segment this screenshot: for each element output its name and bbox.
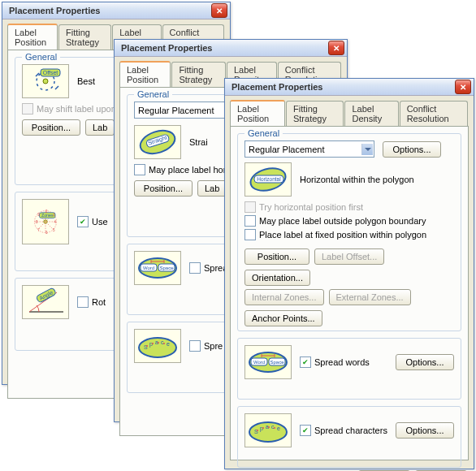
checkbox-icon	[134, 164, 145, 175]
svg-point-1	[43, 79, 48, 84]
label-button[interactable]: Lab	[197, 180, 227, 197]
general-fieldset: General Regular Placement Options... Hor…	[237, 133, 461, 331]
titlebar[interactable]: Placement Properties ✕	[115, 40, 347, 57]
label-button[interactable]: Lab	[85, 119, 115, 136]
close-icon[interactable]: ✕	[328, 41, 344, 55]
svg-text:Horizontal: Horizontal	[257, 176, 281, 182]
svg-text:Space: Space	[159, 266, 174, 270]
svg-text:Space: Space	[270, 360, 284, 365]
svg-text:c: c	[161, 339, 164, 345]
chevron-down-icon	[361, 144, 373, 155]
position-button[interactable]: Position...	[22, 119, 80, 136]
spread-chars-label: Spread characters	[314, 426, 387, 435]
options-button[interactable]: Options...	[383, 141, 441, 158]
checkbox-icon	[300, 356, 311, 368]
wordspace-icon: WordSpace	[244, 345, 292, 379]
fixed-pos-label: Place label at fixed position within pol…	[259, 230, 426, 240]
tab-row: Label Position Fitting Strategy Label De…	[230, 101, 469, 126]
svg-point-65	[274, 427, 275, 429]
spread-chars-fieldset: Space Spread characters Options...	[237, 406, 461, 468]
spread-words-checkbox[interactable]: Sprea	[189, 262, 227, 274]
close-icon[interactable]: ✕	[455, 80, 471, 94]
placement-row: Regular Placement Options...	[244, 140, 454, 158]
svg-text:7: 7	[37, 228, 40, 232]
offset-desc: Best	[77, 76, 95, 86]
checkbox-icon	[244, 201, 256, 213]
titlebar[interactable]: Placement Properties ✕	[225, 79, 474, 96]
fieldset-legend: General	[244, 128, 283, 138]
orientation-button[interactable]: Orientation...	[244, 270, 310, 286]
offset-icon: Offset	[22, 64, 69, 98]
fieldset-legend: General	[134, 89, 172, 99]
fixed-pos-checkbox[interactable]: Place label at fixed position within pol…	[244, 229, 426, 240]
svg-point-63	[262, 427, 264, 429]
may-outside-checkbox[interactable]: May place label outside polygon boundary	[244, 215, 426, 227]
checkbox-icon	[189, 262, 201, 274]
anchor-points-button[interactable]: Anchor Points...	[244, 310, 322, 326]
spread-chars-label: Spre	[204, 341, 223, 351]
use-zones-checkbox[interactable]: Use	[77, 216, 108, 227]
position-button[interactable]: Position...	[244, 248, 309, 265]
horizontal-desc: Horizontal within the polygon	[300, 175, 414, 184]
spread-words-options-button[interactable]: Options...	[396, 354, 454, 370]
zones-icon: Zones31847652	[22, 199, 69, 244]
checkbox-icon	[77, 216, 89, 227]
button-row-2: Internal Zones... External Zones... Anch…	[244, 289, 454, 326]
space-icon: Space	[244, 413, 292, 447]
horizontal-row: Horizontal Horizontal within the polygon	[244, 162, 454, 197]
svg-text:5: 5	[53, 228, 55, 232]
select-value: Regular Placement	[249, 145, 325, 154]
try-horizontal-checkbox: Try horizontal position first	[244, 201, 363, 213]
use-label: Use	[92, 217, 108, 227]
svg-text:c: c	[271, 424, 275, 430]
rotate-label: Rot	[92, 297, 106, 307]
straight-desc: Strai	[189, 137, 208, 147]
external-zones-button: External Zones...	[329, 289, 411, 305]
svg-text:8: 8	[36, 220, 38, 224]
fieldset-legend: General	[22, 52, 60, 62]
spread-chars-checkbox[interactable]: Spre	[189, 340, 223, 352]
svg-text:p: p	[149, 341, 153, 348]
spread-words-row: WordSpace Spread words Options...	[244, 345, 454, 379]
svg-point-62	[257, 430, 258, 431]
tab-fitting-strategy[interactable]: Fitting Strategy	[286, 101, 344, 126]
svg-point-41	[146, 345, 148, 347]
tab-label-position[interactable]: Label Position	[7, 24, 58, 50]
titlebar[interactable]: Placement Properties ✕	[2, 2, 230, 19]
spread-words-label: Spread words	[314, 357, 370, 367]
window-title: Placement Properties	[121, 43, 328, 53]
window-title: Placement Properties	[9, 6, 211, 15]
tab-body: General Regular Placement Options... Hor…	[230, 126, 469, 460]
straight-icon: Straight	[134, 125, 181, 159]
svg-point-64	[268, 426, 270, 428]
checkbox-icon	[244, 229, 256, 240]
select-value: Regular Placement	[138, 106, 214, 115]
placement-properties-window-3: Placement Properties ✕ Label Position Fi…	[224, 78, 474, 469]
tab-fitting-strategy[interactable]: Fitting Strategy	[171, 62, 226, 87]
may-outside-label: May place label outside polygon boundary	[259, 216, 426, 226]
spread-chars-checkbox[interactable]: Spread characters	[300, 425, 387, 436]
checkbox-icon	[300, 425, 311, 436]
window-title: Placement Properties	[232, 82, 455, 92]
svg-text:Word: Word	[143, 266, 154, 270]
rotate-checkbox[interactable]: Rot	[77, 296, 106, 308]
svg-text:4: 4	[54, 220, 57, 224]
close-icon[interactable]: ✕	[211, 3, 227, 18]
space-icon: Space	[134, 329, 181, 363]
checkbox-icon	[22, 103, 33, 115]
internal-zones-button: Internal Zones...	[244, 289, 324, 305]
tab-label-density[interactable]: Label Density	[344, 101, 398, 126]
tab-fitting-strategy[interactable]: Fitting Strategy	[58, 24, 111, 50]
checkbox-icon	[244, 215, 256, 227]
tab-conflict-resolution[interactable]: Conflict Resolution	[400, 101, 468, 126]
svg-text:e: e	[277, 426, 280, 431]
svg-text:p: p	[260, 426, 263, 432]
placement-select[interactable]: Regular Placement	[244, 140, 374, 158]
tab-label-position[interactable]: Label Position	[119, 61, 171, 87]
tab-label-position[interactable]: Label Position	[230, 100, 285, 126]
position-button[interactable]: Position...	[134, 180, 193, 197]
spread-chars-options-button[interactable]: Options...	[396, 422, 454, 439]
svg-text:Offset: Offset	[43, 70, 58, 76]
label-offset-button: Label Offset...	[314, 248, 384, 265]
spread-words-checkbox[interactable]: Spread words	[300, 356, 387, 368]
